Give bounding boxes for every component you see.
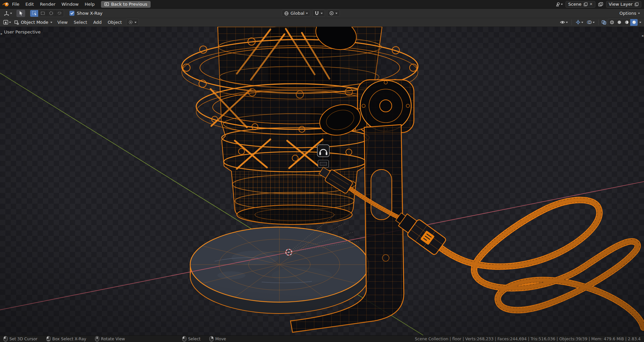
overlays-icon (587, 20, 592, 24)
orientation-dropdown[interactable]: Global (282, 10, 310, 17)
snap-caret[interactable] (321, 13, 323, 14)
toolbar-expand-arrow[interactable]: ▸ (1, 31, 3, 36)
shading-wireframe-icon[interactable] (608, 19, 615, 26)
menu-view[interactable]: View (54, 18, 71, 26)
shading-mode-group (608, 19, 638, 26)
viewport-3d[interactable]: User Perspective ▸ ◂ (0, 27, 644, 335)
sidebar-expand-arrow[interactable]: ◂ (641, 33, 643, 38)
menu-edit[interactable]: Edit (22, 0, 37, 8)
viewport-header: Object Mode View Select Add Object (0, 18, 644, 27)
show-xray-label: Show X-Ray (77, 11, 103, 16)
scene-name-field[interactable]: Scene ✕ (566, 1, 595, 8)
hint-box-select: Box Select X-Ray (46, 336, 86, 342)
back-to-previous-button[interactable]: Back to Previous (101, 1, 151, 8)
menu-file[interactable]: File (9, 0, 22, 8)
mouse-right-icon (209, 336, 214, 342)
options-dropdown[interactable]: Options (620, 11, 640, 16)
shading-material-icon[interactable] (623, 19, 630, 26)
hint-set-3d-cursor: Set 3D Cursor (3, 336, 38, 342)
object-mode-dropdown[interactable]: Object Mode (12, 20, 54, 25)
mouse-left-icon (182, 336, 186, 342)
mouse-left-drag-icon (46, 336, 51, 342)
view-layer-field[interactable]: View Layer (606, 1, 641, 8)
shading-solid-icon[interactable] (615, 19, 623, 26)
gizmo-toggle[interactable] (575, 20, 584, 25)
pivot-icon (128, 20, 133, 24)
eye-icon (560, 20, 565, 24)
view-perspective-label: User Perspective (4, 29, 41, 35)
select-mode-circle-icon[interactable] (47, 10, 55, 17)
menu-help[interactable]: Help (82, 0, 98, 8)
show-xray-checkbox[interactable] (69, 11, 74, 16)
scene-caret (561, 4, 563, 5)
pivot-point-dropdown[interactable] (126, 19, 139, 26)
hint-rotate-view: Rotate View (95, 336, 125, 342)
shading-popover-caret[interactable] (639, 22, 641, 23)
menu-object[interactable]: Object (105, 18, 125, 26)
viewport-vignette (0, 27, 644, 335)
menu-select[interactable]: Select (71, 18, 90, 26)
select-mode-box-icon[interactable] (39, 10, 47, 17)
editor-type-caret (10, 13, 12, 14)
select-mode-tweak-icon[interactable] (30, 10, 39, 17)
xray-icon (601, 20, 606, 25)
proportional-caret[interactable] (335, 13, 337, 14)
snap-magnet-button[interactable] (312, 10, 325, 17)
back-screen-icon (104, 2, 109, 6)
viewport-canvas[interactable] (0, 27, 644, 335)
copy-view-layer-icon[interactable] (635, 2, 639, 6)
select-mode-group (30, 10, 64, 17)
object-mode-icon (14, 20, 19, 25)
menu-render[interactable]: Render (37, 0, 58, 8)
orientation-globe-icon (284, 11, 289, 16)
tool-settings-bar: Show X-Ray Global Options (0, 9, 644, 18)
menu-window[interactable]: Window (58, 0, 82, 8)
editor-type-dropdown[interactable] (3, 11, 13, 16)
gizmo-icon (576, 20, 581, 25)
xray-toggle[interactable] (601, 20, 606, 25)
hint-move: Move (209, 336, 226, 342)
proportional-edit-button[interactable] (327, 10, 340, 17)
hint-select: Select (182, 336, 201, 342)
mouse-left-icon (3, 336, 8, 342)
shading-rendered-icon[interactable] (630, 19, 638, 26)
viewport-editor-icon[interactable] (2, 20, 12, 25)
object-visibility-dropdown[interactable] (559, 20, 569, 24)
topbar: File Edit Render Window Help Back to Pre… (0, 0, 644, 9)
new-scene-icon[interactable] (584, 2, 588, 6)
unlink-scene-icon[interactable]: ✕ (590, 2, 593, 6)
status-bar: Set 3D Cursor Box Select X-Ray Rotate Vi… (0, 335, 644, 342)
scene-statistics: Scene Collection | floor | Verts:268,233… (415, 337, 641, 341)
transform-widgets: Global (282, 9, 340, 18)
mouse-middle-icon (95, 336, 99, 342)
select-mode-lasso-icon[interactable] (55, 10, 64, 17)
overlays-toggle[interactable] (586, 20, 596, 24)
select-tool-button[interactable] (16, 10, 25, 17)
scene-icon[interactable] (554, 2, 564, 7)
blender-logo-icon[interactable] (2, 2, 9, 7)
menu-add[interactable]: Add (90, 18, 105, 26)
view-layer-icon[interactable] (597, 2, 604, 7)
